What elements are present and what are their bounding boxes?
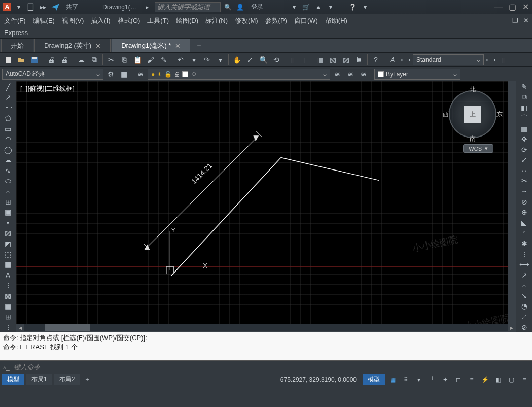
rectangle-icon[interactable]: ▭ <box>2 124 14 133</box>
pan-icon[interactable]: ✋ <box>231 54 243 66</box>
erase-icon[interactable]: ✎ <box>518 82 530 92</box>
tab-drawing1[interactable]: Drawing1(毫米) *✕ <box>112 39 190 52</box>
fillet-icon[interactable]: ◜ <box>518 228 530 238</box>
spline-icon[interactable]: ∿ <box>2 166 14 176</box>
polar-icon[interactable]: ✦ <box>440 375 451 384</box>
stretch-icon[interactable]: ↔ <box>518 166 530 176</box>
doc-minimize-button[interactable]: — <box>501 17 507 24</box>
open-icon[interactable] <box>15 54 27 66</box>
hatch-icon[interactable]: ▨ <box>2 228 14 238</box>
workspace-combo[interactable]: AutoCAD 经典⌵ <box>2 69 103 80</box>
dropdown-icon[interactable]: ▾ <box>326 3 335 12</box>
maximize-button[interactable]: ▢ <box>509 2 516 12</box>
menu-format[interactable]: 格式(O) <box>118 16 140 25</box>
hw-accel-icon[interactable]: ⚡ <box>479 375 490 384</box>
paste-icon[interactable]: 📋 <box>131 54 144 66</box>
app-logo-icon[interactable]: A <box>3 3 11 11</box>
dots-icon[interactable]: ⋮ <box>2 322 14 332</box>
table-style-icon[interactable]: ▦ <box>498 54 510 66</box>
mtext-icon[interactable]: A <box>2 270 14 280</box>
view-cube[interactable]: 上 北 南 东 西 <box>445 86 501 142</box>
zoom-ext-icon[interactable]: ⤢ <box>244 54 256 66</box>
dc-icon[interactable]: ▤ <box>300 54 312 66</box>
menu-draw[interactable]: 绘图(D) <box>176 16 198 25</box>
tab-new-button[interactable]: ＋ <box>191 39 206 52</box>
gear-icon[interactable]: ⚙ <box>104 68 117 80</box>
layer-combo[interactable]: ●☀🔓🖨0 ⌵ <box>148 69 330 80</box>
copy-icon[interactable]: ⎘ <box>118 54 130 66</box>
arc-dim-icon[interactable]: ⌢ <box>518 281 530 290</box>
scrollbar-horizontal[interactable]: ◂ ▸ <box>16 324 516 332</box>
extend-icon[interactable]: → <box>518 187 530 196</box>
layer-btn-icon[interactable]: ≋ <box>134 68 147 80</box>
scrollbar-vertical[interactable] <box>508 81 516 324</box>
cart-icon[interactable]: 🛒 <box>302 3 311 12</box>
arrow-icon[interactable]: ▸▸ <box>39 3 48 12</box>
undo-dd-icon[interactable]: ▾ <box>188 54 200 66</box>
dim-style-icon[interactable]: ⟷ <box>485 54 497 66</box>
ord-dim-icon[interactable]: ↘ <box>518 291 530 301</box>
circle-icon[interactable]: ◯ <box>2 145 14 154</box>
mirror-icon[interactable]: ◧ <box>518 103 530 113</box>
tool-palette-icon[interactable]: ▥ <box>313 54 326 66</box>
surface-icon[interactable]: ▩ <box>2 291 14 301</box>
save-icon[interactable] <box>28 54 41 66</box>
box-icon[interactable]: ⊞ <box>2 312 14 322</box>
menu-tools[interactable]: 工具(T) <box>147 16 169 25</box>
jog-dim-icon[interactable]: ⟋ <box>518 312 530 322</box>
undo-icon[interactable]: ↶ <box>174 54 187 66</box>
array-icon[interactable]: ▦ <box>518 124 530 133</box>
tab-start[interactable]: 开始 <box>1 39 33 52</box>
chamfer-icon[interactable]: ◣ <box>518 218 530 228</box>
radius-dim-icon[interactable]: ◔ <box>518 301 530 311</box>
ellipse-arc-icon[interactable]: ⌢ <box>2 187 14 196</box>
new-file-icon[interactable] <box>26 3 36 12</box>
layer-prev-icon[interactable]: ≋ <box>331 68 343 80</box>
dots-icon[interactable]: ⋮ <box>2 281 14 290</box>
line-icon[interactable]: ╱ <box>2 82 14 92</box>
layout-tab-2[interactable]: 布局2 <box>54 374 80 385</box>
props-icon[interactable]: ▦ <box>287 54 299 66</box>
break-icon[interactable]: ⊘ <box>518 197 530 207</box>
cube-top[interactable]: 上 <box>464 106 481 123</box>
dropdown-icon[interactable]: ▾ <box>14 3 23 12</box>
search-box[interactable] <box>155 2 221 12</box>
search-input[interactable] <box>157 3 218 11</box>
doc-restore-button[interactable]: ❐ <box>512 17 518 24</box>
menu-dim[interactable]: 标注(N) <box>205 16 228 25</box>
user-icon[interactable]: 👤 <box>236 3 245 12</box>
redo-icon[interactable]: ↷ <box>201 54 213 66</box>
pline-icon[interactable]: 〰 <box>2 103 14 113</box>
clean-icon[interactable]: ▢ <box>506 375 517 384</box>
zoom-prev-icon[interactable]: ⟲ <box>270 54 282 66</box>
drawing-canvas[interactable]: [–][俯视][二维线框] Y X <box>16 81 516 332</box>
menu-window[interactable]: 窗口(W) <box>294 16 318 25</box>
close-icon[interactable]: ✕ <box>175 42 181 50</box>
aligned-dim-icon[interactable]: ↗ <box>518 270 530 280</box>
menu-express[interactable]: Express <box>4 29 28 37</box>
doc-close-button[interactable]: ✕ <box>523 17 529 24</box>
menu-edit[interactable]: 编辑(E) <box>33 16 55 25</box>
match-icon[interactable]: 🖌 <box>145 54 157 66</box>
snap-toggle-icon[interactable]: ⠿ <box>400 375 411 384</box>
search-icon[interactable]: 🔍 <box>224 3 233 12</box>
scroll-left-icon[interactable]: ◂ <box>16 324 24 332</box>
send-icon[interactable] <box>51 3 60 12</box>
help-icon[interactable]: ❔ <box>348 3 358 12</box>
wcs-badge[interactable]: WCS▾ <box>463 144 493 153</box>
osnap-icon[interactable]: ◻ <box>453 375 464 384</box>
close-button[interactable]: ✕ <box>522 2 529 12</box>
publish-icon[interactable]: ☁ <box>75 54 87 66</box>
minimize-button[interactable]: — <box>494 2 503 12</box>
sheet-set-icon[interactable]: ▧ <box>327 54 339 66</box>
menu-help[interactable]: 帮助(H) <box>325 16 347 25</box>
customize-icon[interactable]: ≡ <box>519 375 530 384</box>
table-icon[interactable]: ▦ <box>2 260 14 269</box>
command-icon[interactable]: ▵_ <box>3 364 10 371</box>
join-icon[interactable]: ⊕ <box>518 208 530 217</box>
close-icon[interactable]: ✕ <box>95 42 101 50</box>
color-combo[interactable]: ByLayer ⌵ <box>374 69 460 80</box>
lineweight-icon[interactable]: ≡ <box>466 375 477 384</box>
iso-icon[interactable]: ◧ <box>492 375 504 384</box>
dim-style-icon[interactable]: ⟷ <box>400 54 412 66</box>
